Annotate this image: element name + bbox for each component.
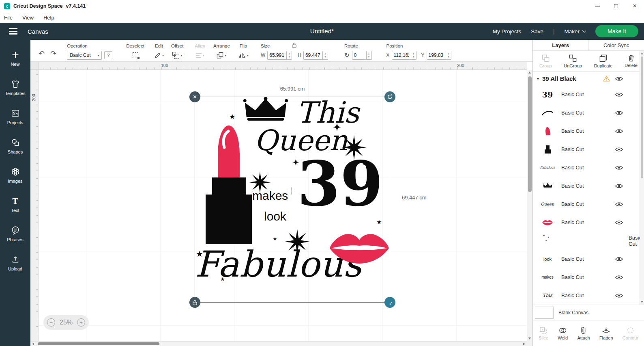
maximize-button[interactable]	[607, 0, 625, 12]
layer-row[interactable]: ★ ★ ★ Basic Cut	[533, 231, 644, 250]
ungroup-button[interactable]: UnGroup	[564, 54, 582, 68]
visibility-eye-icon[interactable]	[615, 129, 623, 134]
make-it-button[interactable]: Make It	[595, 25, 638, 37]
visibility-eye-icon[interactable]	[615, 165, 623, 170]
machine-select[interactable]: Maker	[565, 28, 586, 35]
menu-file[interactable]: File	[4, 15, 13, 21]
rotate-input[interactable]	[352, 51, 367, 60]
visibility-eye-icon[interactable]	[615, 220, 623, 225]
tab-color-sync[interactable]: Color Sync	[588, 40, 644, 50]
canvas-viewport[interactable]: 65.991 cm 69.447 cm ★ ★ ★ ★ ★ This	[39, 70, 527, 341]
visibility-eye-icon[interactable]	[615, 147, 623, 152]
offset-button[interactable]: Offset ▾	[171, 43, 183, 60]
rotate-stepper[interactable]: ▲▼	[367, 51, 372, 60]
scroll-up-icon[interactable]	[641, 52, 643, 54]
operation-select[interactable]: Basic Cut ▾	[67, 51, 102, 60]
collapse-caret-icon[interactable]: ▾	[537, 76, 539, 81]
sidebar-item-images[interactable]: Images	[0, 161, 30, 190]
height-input[interactable]	[303, 51, 323, 60]
flatten-button[interactable]: Flatten	[599, 327, 613, 340]
canvas-color-swatch[interactable]	[535, 307, 554, 319]
visibility-eye-icon[interactable]	[615, 76, 623, 81]
selection-bounding-box[interactable]: 65.991 cm 69.447 cm ★ ★ ★ ★ ★ This	[195, 97, 390, 303]
zoom-out-button[interactable]: −	[47, 318, 55, 327]
layer-row[interactable]: Basic Cut	[533, 213, 644, 231]
warning-icon[interactable]	[603, 76, 610, 82]
horizontal-scrollbar[interactable]	[30, 341, 527, 346]
position-x-input[interactable]	[392, 51, 411, 60]
layer-row[interactable]: Basic Cut	[533, 104, 644, 122]
panel-scroll-thumb[interactable]	[641, 56, 643, 178]
sidebar-item-templates[interactable]: Templates	[0, 73, 30, 102]
layer-row[interactable]: This Basic Cut	[533, 286, 644, 305]
layer-row[interactable]: Basic Cut	[533, 122, 644, 140]
arrange-button[interactable]: Arrange ▾	[213, 43, 230, 60]
menu-help[interactable]: Help	[43, 15, 54, 21]
undo-button[interactable]: ↶	[39, 49, 45, 58]
zoom-control: − 25% +	[43, 315, 89, 330]
visibility-eye-icon[interactable]	[615, 293, 623, 298]
layer-row[interactable]: Fabulous Basic Cut	[533, 158, 644, 177]
lock-icon[interactable]	[292, 42, 297, 48]
hamburger-menu-icon[interactable]	[9, 28, 17, 34]
delete-button[interactable]: Delete	[625, 54, 638, 68]
lipstick-base-graphic	[206, 195, 252, 244]
menu-view[interactable]: View	[22, 15, 34, 21]
panel-scrollbar[interactable]	[640, 51, 644, 305]
sidebar-item-upload[interactable]: Upload	[0, 249, 30, 278]
scroll-down-icon[interactable]	[528, 337, 531, 340]
layer-row[interactable]: 39 Basic Cut	[533, 85, 644, 104]
weld-button[interactable]: Weld	[558, 327, 568, 340]
minimize-button[interactable]	[588, 0, 607, 12]
layer-row[interactable]: look Basic Cut	[533, 250, 644, 268]
deselect-button[interactable]: Deselect	[126, 43, 144, 60]
tab-layers[interactable]: Layers	[533, 40, 588, 50]
save-link[interactable]: Save	[531, 28, 543, 35]
visibility-eye-icon[interactable]	[615, 257, 623, 262]
close-button[interactable]: ×	[625, 0, 644, 12]
delete-handle[interactable]: ×	[189, 91, 200, 102]
attach-button[interactable]: Attach	[577, 327, 590, 340]
position-y-input[interactable]	[427, 51, 446, 60]
maximize-icon	[614, 4, 618, 8]
my-projects-link[interactable]: My Projects	[493, 28, 522, 35]
layer-row[interactable]: Basic Cut	[533, 140, 644, 158]
resize-handle[interactable]: ↔	[384, 297, 395, 308]
vertical-scrollbar[interactable]	[527, 70, 532, 341]
redo-button[interactable]: ↷	[50, 49, 56, 58]
layer-row[interactable]: Queen Basic Cut	[533, 195, 644, 213]
scroll-right-icon[interactable]	[523, 343, 525, 345]
width-stepper[interactable]: ▲▼	[287, 51, 292, 60]
sidebar-item-phrases[interactable]: Phrases	[0, 219, 30, 249]
blank-canvas-row[interactable]: Blank Canvas	[533, 305, 644, 320]
scroll-up-icon[interactable]	[528, 71, 531, 74]
horizontal-scroll-thumb[interactable]	[38, 342, 159, 345]
sidebar-item-projects[interactable]: Projects	[0, 102, 30, 132]
sidebar-item-new[interactable]: New	[0, 44, 30, 73]
zoom-in-button[interactable]: +	[77, 318, 85, 327]
sidebar-item-shapes[interactable]: Shapes	[0, 132, 30, 161]
visibility-eye-icon[interactable]	[615, 202, 623, 207]
lock-handle[interactable]	[189, 297, 200, 308]
layer-thumbnail-this: This	[539, 289, 556, 302]
flip-button[interactable]: Flip ▾	[238, 43, 249, 60]
vertical-scroll-thumb[interactable]	[528, 76, 532, 192]
duplicate-button[interactable]: Duplicate	[594, 54, 613, 68]
width-input[interactable]	[267, 51, 287, 60]
scroll-left-icon[interactable]	[32, 343, 34, 345]
rotate-handle[interactable]	[384, 91, 395, 102]
height-stepper[interactable]: ▲▼	[323, 51, 328, 60]
layer-row[interactable]: makes Basic Cut	[533, 268, 644, 286]
scroll-down-icon[interactable]	[641, 301, 643, 303]
help-button[interactable]: ?	[104, 51, 112, 59]
layer-row[interactable]: Basic Cut	[533, 177, 644, 195]
sidebar-item-text[interactable]: T Text	[0, 190, 30, 219]
visibility-eye-icon[interactable]	[615, 275, 623, 280]
visibility-eye-icon[interactable]	[615, 110, 623, 115]
position-y-stepper[interactable]: ▲▼	[446, 51, 451, 60]
position-x-stepper[interactable]: ▲▼	[411, 51, 416, 60]
edit-button[interactable]: Edit ▾	[154, 43, 164, 60]
visibility-eye-icon[interactable]	[615, 184, 623, 188]
visibility-eye-icon[interactable]	[615, 92, 623, 97]
layer-group-header[interactable]: ▾ 39 All Black	[533, 72, 644, 85]
